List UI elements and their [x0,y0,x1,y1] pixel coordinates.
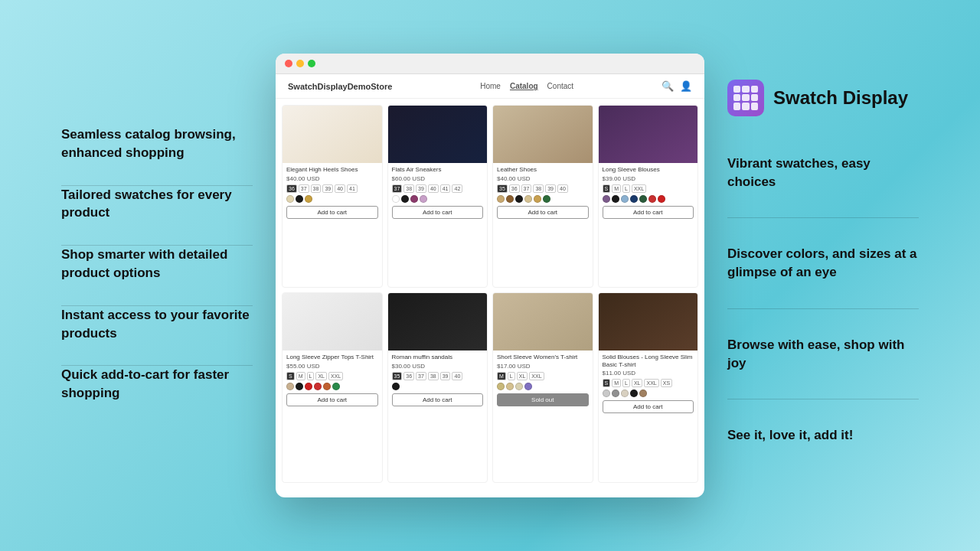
add-to-cart-btn-p4[interactable]: Add to cart [603,206,694,219]
size-chip-p1-38[interactable]: 38 [311,184,322,193]
size-chip-p5-M[interactable]: M [296,372,305,380]
account-icon[interactable]: 👤 [680,80,692,92]
color-swatch-p5-1[interactable] [296,383,303,390]
size-chip-p1-37[interactable]: 37 [299,184,309,193]
color-row-p5 [286,383,378,390]
color-swatch-p3-2[interactable] [515,195,523,203]
add-to-cart-btn-p3[interactable]: Add to cart [497,206,589,219]
color-swatch-p5-4[interactable] [323,383,331,390]
color-swatch-p1-0[interactable] [286,195,294,203]
color-swatch-p2-2[interactable] [410,195,418,203]
nav-contact[interactable]: Contact [547,82,573,90]
add-to-cart-btn-p1[interactable]: Add to cart [286,206,378,219]
size-chip-p1-41[interactable]: 41 [347,184,358,193]
size-chip-p2-37[interactable]: 37 [392,184,403,193]
nav-home[interactable]: Home [480,82,501,90]
size-chip-p5-XL[interactable]: XL [315,372,327,380]
size-chip-p8-XL[interactable]: XL [632,379,643,387]
color-swatch-p4-0[interactable] [603,195,610,203]
size-chip-p3-38[interactable]: 38 [533,184,544,193]
size-chip-p7-XL[interactable]: XL [517,372,528,380]
color-swatch-p2-1[interactable] [401,195,409,203]
color-swatch-p8-2[interactable] [621,390,629,397]
color-swatch-p3-1[interactable] [506,195,514,203]
add-to-cart-btn-p6[interactable]: Add to cart [392,393,484,406]
color-swatch-p1-1[interactable] [296,195,303,203]
size-chip-p7-XXL[interactable]: XXL [529,372,544,380]
add-to-cart-btn-p8[interactable]: Add to cart [603,400,694,413]
size-chip-p5-L[interactable]: L [307,372,315,380]
size-chip-p3-36[interactable]: 36 [509,184,520,193]
size-chip-p5-S[interactable]: S [286,372,295,380]
product-price-p6: $30.00 USD [392,363,484,370]
color-swatch-p3-4[interactable] [534,195,541,203]
size-chip-p7-L[interactable]: L [508,372,515,380]
close-dot [285,60,292,67]
size-chip-p2-42[interactable]: 42 [452,184,462,193]
color-swatch-p2-0[interactable] [392,195,400,203]
size-chip-p1-40[interactable]: 40 [335,184,345,193]
color-swatch-p4-3[interactable] [630,195,638,203]
color-swatch-p8-1[interactable] [612,390,619,397]
nav-catalog[interactable]: Catalog [510,82,538,90]
size-chip-p5-XXL[interactable]: XXL [328,372,343,380]
color-swatch-p8-3[interactable] [630,390,638,397]
color-swatch-p4-2[interactable] [621,195,629,203]
color-swatch-p8-0[interactable] [603,390,610,397]
color-swatch-p2-3[interactable] [420,195,427,203]
size-chip-p2-39[interactable]: 39 [416,184,426,193]
color-swatch-p3-3[interactable] [524,195,532,203]
size-chip-p1-39[interactable]: 39 [322,184,333,193]
size-chip-p2-40[interactable]: 40 [428,184,439,193]
nav-icons: 🔍 👤 [662,80,692,92]
size-chip-p3-40[interactable]: 40 [557,184,568,193]
size-chip-p4-M[interactable]: M [612,184,621,193]
color-swatch-p5-5[interactable] [332,383,340,390]
size-chip-p4-L[interactable]: L [622,184,630,193]
color-swatch-p5-0[interactable] [286,383,294,390]
size-chip-p3-35[interactable]: 35 [497,184,508,193]
size-chip-p8-XXL[interactable]: XXL [644,379,658,387]
color-swatch-p4-1[interactable] [612,195,619,203]
color-swatch-p7-3[interactable] [524,383,532,390]
add-to-cart-btn-p5[interactable]: Add to cart [286,393,378,406]
size-chip-p6-36[interactable]: 36 [403,372,414,380]
size-chip-p6-39[interactable]: 39 [440,372,451,380]
size-chip-p6-38[interactable]: 38 [428,372,439,380]
minimize-dot [296,60,304,67]
size-chip-p6-40[interactable]: 40 [452,372,462,380]
sold-out-btn-p7[interactable]: Sold out [497,393,589,406]
color-swatch-p4-5[interactable] [648,195,656,203]
product-grid: Elegant High Heels Shoes$40.00 USD363738… [276,99,704,489]
color-swatch-p3-0[interactable] [497,195,505,203]
size-chip-p6-37[interactable]: 37 [416,372,426,380]
color-swatch-p4-4[interactable] [639,195,647,203]
color-swatch-p7-0[interactable] [497,383,505,390]
color-swatch-p7-2[interactable] [515,383,523,390]
color-swatch-p1-2[interactable] [305,195,312,203]
color-swatch-p5-2[interactable] [305,383,312,390]
color-swatch-p7-1[interactable] [506,383,514,390]
size-chip-p6-35[interactable]: 35 [392,372,403,380]
color-swatch-p5-3[interactable] [314,383,322,390]
size-chip-p4-XXL[interactable]: XXL [632,184,646,193]
size-chip-p8-S[interactable]: S [603,379,611,387]
size-chip-p3-39[interactable]: 39 [545,184,556,193]
color-swatch-p8-4[interactable] [639,390,647,397]
size-chip-p1-36[interactable]: 36 [286,184,297,193]
size-chip-p7-M[interactable]: M [497,372,506,380]
size-chip-p4-S[interactable]: S [603,184,611,193]
size-chip-p8-L[interactable]: L [622,379,630,387]
add-to-cart-btn-p2[interactable]: Add to cart [392,206,484,219]
product-price-p7: $17.00 USD [497,363,589,370]
color-swatch-p3-5[interactable] [543,195,550,203]
size-chip-p2-41[interactable]: 41 [440,184,451,193]
color-swatch-p4-6[interactable] [658,195,665,203]
search-icon[interactable]: 🔍 [662,80,674,92]
size-chip-p3-37[interactable]: 37 [521,184,532,193]
size-chip-p2-38[interactable]: 38 [403,184,414,193]
size-chip-p8-XS[interactable]: XS [661,379,672,387]
color-swatch-p6-0[interactable] [392,383,400,390]
size-chip-p8-M[interactable]: M [612,379,621,387]
logo-dot [733,86,740,93]
